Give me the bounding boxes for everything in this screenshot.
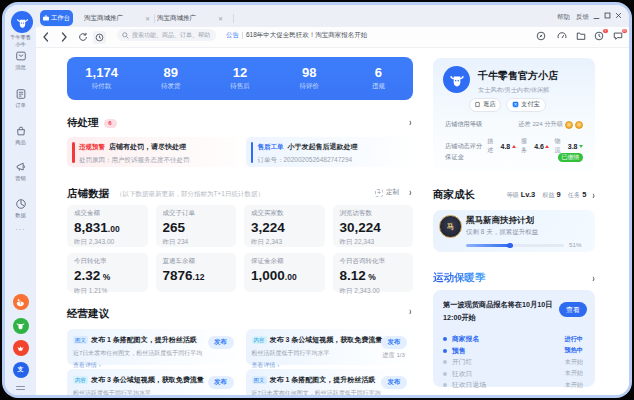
customize-control[interactable]: + 定制	[375, 188, 409, 197]
tab-1-close-icon[interactable]: ✕	[145, 15, 150, 22]
tab-browser-1[interactable]: 淘宝商城推广 ✕	[84, 10, 150, 26]
announcement[interactable]: 公告 618年中大促全民狂欢！淘宝商家报名开始	[226, 31, 367, 40]
metric-label: 浏览访客数	[340, 209, 414, 218]
sidebar-item-label: 营销	[5, 175, 36, 182]
tab-workbench[interactable]: 工作台	[40, 10, 73, 26]
metric-card-visitors[interactable]: 浏览访客数 30,224 昨日 22,343	[333, 205, 414, 247]
feedback-link[interactable]: 反馈	[576, 13, 589, 22]
timeline-row-presale[interactable]: 预售 预热中	[443, 346, 583, 356]
visit-store-button[interactable]: 逛店	[469, 98, 501, 112]
sidebar-item-data[interactable]: 数据	[5, 198, 36, 219]
metric-card-ztc-balance[interactable]: 直通车余额 7876.12	[156, 253, 237, 292]
todo-clock-button[interactable]: 9	[594, 31, 604, 41]
announcement-divider	[242, 32, 243, 39]
growth-more-icon[interactable]: ›	[592, 189, 595, 200]
compass-icon[interactable]	[536, 31, 546, 41]
stats-banner: 1,174 待付款 89 待发货 12 待售后 98 待评价 6 违规	[67, 57, 413, 100]
metric-label: 成交买家数	[251, 209, 325, 218]
minimize-button[interactable]	[593, 15, 600, 22]
taobao-app-icon[interactable]	[13, 294, 29, 310]
history-button[interactable]	[93, 31, 106, 44]
growth-progress-handle	[507, 243, 513, 249]
stat-after-sale[interactable]: 12 待售后	[205, 57, 274, 100]
campaign-view-button[interactable]: 查看	[559, 302, 587, 317]
suggestion-progress: 进度 1/3	[382, 351, 405, 360]
metric-sub	[163, 287, 237, 295]
stat-value: 6	[375, 66, 382, 80]
metric-label: 成交子订单	[163, 209, 237, 218]
wangwang-app-icon[interactable]	[13, 318, 29, 334]
metric-card-inquiry-conversion[interactable]: 今日咨询转化率 8.12 % 昨日 2,343.00	[333, 253, 414, 292]
sidebar-more[interactable]: ···	[5, 226, 36, 233]
timeline-dot	[443, 360, 447, 364]
timeline-row-signup[interactable]: 商家报名 进行中	[443, 334, 583, 344]
sidebar-item-marketing[interactable]: 营销	[5, 161, 36, 182]
timeline-row-opening[interactable]: 开门红 未开始	[443, 357, 583, 367]
metric-card-orders[interactable]: 成交子订单 265 昨日 234	[156, 205, 237, 247]
todo-section-header: 待处理 6	[67, 116, 117, 130]
sidebar-item-goods[interactable]: 商品	[5, 125, 36, 146]
metric-card-deposit[interactable]: 保证金余额 1,000.00	[244, 253, 325, 292]
alipay-app-icon[interactable]: 支	[13, 362, 29, 378]
suggestions-header: 经营建议	[67, 307, 109, 321]
todo-card-aftersale[interactable]: 售后工单 小于发起售后退款处理 订单号：2020020526482747294	[246, 137, 414, 167]
forward-icon[interactable]	[61, 31, 68, 43]
metric-card-gmv[interactable]: 成交金额 8,831.00 昨日 2,343.00	[67, 205, 148, 247]
publish-button[interactable]: 发布	[208, 376, 234, 389]
metric-label: 保证金余额	[251, 257, 325, 266]
campaign-more-icon[interactable]: ›	[592, 272, 595, 283]
publish-button[interactable]: 发布	[381, 376, 407, 389]
deposit-row: 保证金 已缴纳	[445, 153, 583, 162]
suggestion-card-4[interactable]: 图文 发布 1 条搭配图文，提升粉丝活跃 近7日未发布任何图文，粉丝活跃度低于同…	[246, 369, 414, 395]
publish-button[interactable]: 发布	[208, 336, 234, 349]
metric-card-buyers[interactable]: 成交买家数 3,224 昨日 2,343	[244, 205, 325, 247]
growth-tasks: 任务5	[568, 190, 587, 200]
gauge-icon[interactable]	[557, 31, 567, 41]
close-button[interactable]	[615, 12, 622, 19]
todo-more-icon[interactable]: ›	[409, 117, 412, 128]
stat-pending-review[interactable]: 98 待评价	[275, 57, 344, 100]
timeline-name: 开门红	[452, 357, 472, 367]
sidebar-item-message[interactable]: 消息	[5, 50, 36, 71]
sidebar-menu-icon[interactable]	[16, 386, 25, 392]
refresh-icon[interactable]	[78, 32, 88, 42]
metric-card-conversion[interactable]: 今日转化率 2.32 % 昨日 1.21%	[67, 253, 148, 292]
back-icon[interactable]	[42, 31, 49, 43]
suggestion-card-3[interactable]: 内容 发布 3 条公域短视频，获取免费流量 粉丝活跃度低于同行平均水平 发布	[67, 369, 240, 395]
help-link[interactable]: 帮助	[557, 13, 570, 22]
folder-icon[interactable]	[576, 31, 586, 41]
suggestion-title: 发布 3 条公域短视频，获取免费流量	[270, 335, 383, 345]
campaign-title: 运动保暖季	[433, 271, 486, 285]
info-bar	[251, 142, 254, 163]
todo-card-violation[interactable]: 违规预警 店铺有处罚，请尽快处理 处罚原因：用户投诉服务态度不佳处罚	[67, 137, 239, 167]
timeline-row-peak[interactable]: 狂欢日 未开始	[443, 369, 583, 379]
shop-data-more-icon[interactable]: ›	[409, 187, 412, 198]
store-avatar[interactable]	[11, 11, 33, 33]
suggestion-card-2[interactable]: 内容 发布 3 条公域短视频，获取免费流量 粉丝活跃度低于同行平均水平 查看详情…	[246, 329, 414, 365]
alipay-button[interactable]: 支付宝	[506, 98, 546, 112]
growth-card[interactable]: 马 黑马新商扶持计划 仅剩 8 天，抓紧提升权益 51%	[433, 210, 595, 252]
tab-2-close-icon[interactable]: ✕	[218, 15, 223, 22]
data-icon	[15, 198, 27, 210]
stat-pending-shipment[interactable]: 89 待发货	[136, 57, 205, 100]
timeline-status: 进行中	[564, 335, 583, 344]
stat-violation[interactable]: 6 违规	[344, 57, 413, 100]
sidebar-item-label: 订单	[5, 102, 36, 109]
suggestions-more-icon[interactable]: ›	[409, 306, 412, 317]
store-logo[interactable]	[443, 66, 470, 93]
nav-bar: 搜索功能、商品、订单、帮助 公告 618年中大促全民狂欢！淘宝商家报名开始 9 …	[36, 27, 629, 48]
chat-button[interactable]: 99	[613, 31, 623, 41]
timeline-row-encore[interactable]: 狂欢日返场 未开始	[443, 380, 583, 390]
publish-button[interactable]: 发布	[381, 336, 407, 349]
tab-browser-2[interactable]: 淘宝商城推广 ✕	[157, 10, 223, 26]
suggestion-card-1[interactable]: 图文 发布 1 条搭配图文，提升粉丝活跃 近7日未发布任何图文，粉丝活跃度低于同…	[67, 329, 240, 365]
campaign-text: 第一波现货商品报名将在10月10日 12:00开始	[443, 299, 561, 324]
sidebar-item-order[interactable]: 订单	[5, 88, 36, 109]
search-input[interactable]: 搜索功能、商品、订单、帮助	[117, 29, 216, 41]
tab-workbench-label: 工作台	[51, 14, 71, 23]
stat-pending-payment[interactable]: 1,174 待付款	[67, 57, 136, 100]
alipay-icon	[512, 101, 519, 108]
tmall-app-icon[interactable]	[13, 340, 29, 356]
medal-icon	[575, 121, 583, 129]
maximize-button[interactable]	[604, 12, 611, 19]
